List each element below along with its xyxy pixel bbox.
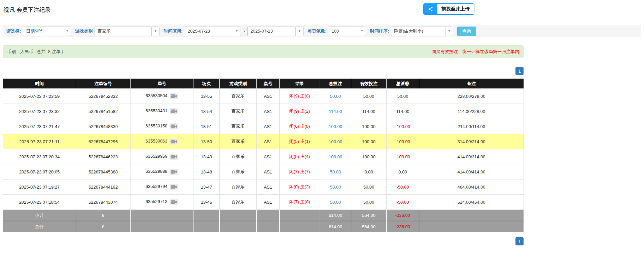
total-bet-link[interactable]: 50.00 <box>320 164 351 180</box>
footer-cell <box>131 221 193 233</box>
chevron-down-icon[interactable]: ▼ <box>151 27 159 36</box>
video-replay-icon[interactable] <box>170 138 178 145</box>
total-bet-link[interactable]: 50.00 <box>320 195 351 210</box>
total-bet-link[interactable]: 50.00 <box>320 180 351 195</box>
upload-dropzone[interactable]: 拖拽至此上传 <box>423 3 474 15</box>
time-cell: 2025-07-23 07:18:54 <box>3 195 76 210</box>
time-cell: 2025-07-23 07:23:32 <box>3 104 76 119</box>
valid-bet-cell: 100.00 <box>351 134 387 149</box>
video-replay-icon[interactable] <box>170 108 178 114</box>
date-range-separator: ~ <box>243 29 246 34</box>
column-header: 总投注 <box>320 79 351 89</box>
page-button-1[interactable]: 1 <box>515 237 524 245</box>
pagination-top: 1 <box>3 67 524 75</box>
session-cell: 13-49 <box>193 149 220 164</box>
round-id: 635530063 <box>145 138 167 144</box>
payout-cell: -50.00 <box>387 195 419 210</box>
table-no-cell: AS1 <box>257 89 280 104</box>
result-player: 闲(7) <box>289 199 299 204</box>
game-category-cell: 百家乐 <box>220 134 257 149</box>
page: 视讯 会员下注纪录 拖拽至此上传 请选择: 日期查询 ▼ 游戏类别 百家乐 ▼ … <box>0 0 644 248</box>
sort-select[interactable]: 降幂(由大到小) ▼ <box>391 27 453 36</box>
payout-cell: -100.00 <box>387 149 419 164</box>
total-bet-link[interactable]: 114.00 <box>320 104 351 119</box>
date-from-value[interactable]: 2025-07-23 <box>185 27 233 36</box>
chevron-down-icon[interactable]: ▼ <box>445 27 453 36</box>
round-cell: 635529794 <box>131 180 193 195</box>
payout-cell: -50.00 <box>387 180 419 195</box>
column-header: 总派彩 <box>387 79 419 89</box>
game-category-value[interactable]: 百家乐 <box>95 27 151 36</box>
chevron-down-icon[interactable]: ▼ <box>233 27 241 36</box>
payout-cell: -100.00 <box>387 134 419 149</box>
page-size-value[interactable]: 100 <box>329 27 358 36</box>
valid-bet-cell: 100.00 <box>351 119 387 134</box>
video-replay-icon[interactable] <box>170 123 178 129</box>
time-cell: 2025-07-23 07:20:05 <box>3 164 76 180</box>
remark-cell: 514.00/464.00 <box>419 195 524 210</box>
date-from-select[interactable]: 2025-07-23 ▼ <box>185 27 241 36</box>
total-bet-link[interactable]: 100.00 <box>320 119 351 134</box>
search-button[interactable]: 查询 <box>457 27 476 36</box>
column-header: 游戏类别 <box>220 79 257 89</box>
chevron-down-icon[interactable]: ▼ <box>63 27 71 36</box>
total-bet-link[interactable]: 100.00 <box>320 134 351 149</box>
video-replay-icon[interactable] <box>170 154 178 160</box>
result-cell: 闲(9) 庄(8) <box>280 89 320 104</box>
session-cell: 13-54 <box>193 104 220 119</box>
session-cell: 13-48 <box>193 164 220 180</box>
footer-cell: 总计 <box>3 221 76 233</box>
video-replay-icon[interactable] <box>170 199 178 205</box>
result-banker: 庄(4) <box>300 154 310 159</box>
bet-id-cell: 522678451582 <box>76 104 131 119</box>
table-no-cell: AS1 <box>257 104 280 119</box>
query-type-value[interactable]: 日期查询 <box>23 27 63 36</box>
game-category-select[interactable]: 百家乐 ▼ <box>95 27 159 36</box>
date-to-select[interactable]: 2025-07-23 ▼ <box>247 27 303 36</box>
session-cell: 13-51 <box>193 119 220 134</box>
game-category-cell: 百家乐 <box>220 104 257 119</box>
column-header: 注单编号 <box>76 79 131 89</box>
footer-cell <box>419 210 524 221</box>
bet-id-cell: 522678452332 <box>76 89 131 104</box>
page-button-1[interactable]: 1 <box>515 67 524 75</box>
valid-bet-cell: 50.00 <box>351 195 387 210</box>
bet-id-cell: 522678446223 <box>76 149 131 164</box>
result-cell: 闲(5) 庄(1) <box>280 134 320 149</box>
round-cell: 635530431 <box>131 104 193 119</box>
page-size-select[interactable]: 100 ▼ <box>329 27 366 36</box>
footer-cell: 8 <box>76 210 131 221</box>
footer-cell <box>257 221 280 233</box>
bet-id-cell: 522678443074 <box>76 195 131 210</box>
round-cell: 635530158 <box>131 119 193 134</box>
page-title: 视讯 会员下注纪录 <box>3 6 641 14</box>
table-row: 2025-07-23 07:23:32522678451582635530431… <box>3 104 524 119</box>
round-id: 635530158 <box>145 123 167 128</box>
payout-cell: 114.00 <box>387 104 419 119</box>
table-row: 2025-07-23 07:23:59522678452332635530504… <box>3 89 524 104</box>
chevron-down-icon[interactable]: ▼ <box>295 27 303 36</box>
summary-bar: 币别：人民币 | 总共 :8 注单 | 同局有效投注，统一计算在该局第一张注单内 <box>3 45 524 58</box>
video-replay-icon[interactable] <box>170 169 178 175</box>
date-to-value[interactable]: 2025-07-23 <box>247 27 295 36</box>
total-bet-link[interactable]: 50.00 <box>320 89 351 104</box>
round-cell: 635530063 <box>131 134 193 149</box>
remark-cell: 314.00/214.00 <box>419 134 524 149</box>
remark-cell: 414.00/414.00 <box>419 164 524 180</box>
sort-value[interactable]: 降幂(由大到小) <box>391 27 445 36</box>
result-player: 闲(9) <box>289 109 299 114</box>
column-header: 时间 <box>3 79 76 89</box>
payout-cell: 0.00 <box>387 164 419 180</box>
video-replay-icon[interactable] <box>170 184 178 190</box>
video-replay-icon[interactable] <box>170 93 178 99</box>
result-cell: 闲(7) 庄(0) <box>280 195 320 210</box>
valid-bet-cell: 100.00 <box>351 149 387 164</box>
time-cell: 2025-07-23 07:21:47 <box>3 119 76 134</box>
total-bet-link[interactable]: 100.00 <box>320 149 351 164</box>
game-category-cell: 百家乐 <box>220 180 257 195</box>
round-id: 635529888 <box>145 169 167 174</box>
chevron-down-icon[interactable]: ▼ <box>358 27 366 36</box>
query-type-select[interactable]: 日期查询 ▼ <box>23 27 71 36</box>
result-banker: 庄(1) <box>300 139 310 144</box>
table-no-cell: AS1 <box>257 134 280 149</box>
